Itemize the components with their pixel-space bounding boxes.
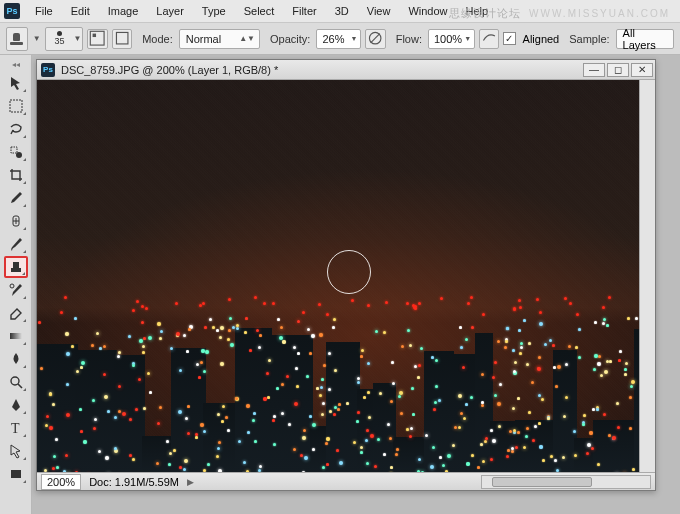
history-brush-tool[interactable] (4, 279, 28, 301)
doc-logo-icon: Ps (41, 63, 55, 77)
tool-preset-arrow-icon[interactable]: ▼ (32, 27, 41, 51)
menu-select[interactable]: Select (235, 1, 284, 21)
vertical-scrollbar[interactable] (639, 80, 655, 472)
stamp-icon (10, 33, 24, 45)
mode-label: Mode: (142, 33, 173, 45)
healing-brush-tool[interactable] (4, 210, 28, 232)
sample-select[interactable]: All Layers (616, 29, 674, 49)
menu-layer[interactable]: Layer (147, 1, 193, 21)
opacity-input[interactable]: 26% ▼ (316, 29, 361, 49)
opacity-label: Opacity: (270, 33, 310, 45)
collapse-icon[interactable]: ◂◂ (5, 59, 27, 69)
opacity-value: 26% (322, 33, 348, 45)
brush-settings-icon[interactable] (112, 29, 132, 49)
menu-view[interactable]: View (358, 1, 400, 21)
eraser-tool[interactable] (4, 302, 28, 324)
chevron-down-icon: ▼ (350, 35, 357, 42)
svg-rect-8 (10, 333, 22, 339)
tool-palette: ◂◂ T (0, 55, 32, 514)
svg-rect-0 (91, 32, 105, 46)
menu-type[interactable]: Type (193, 1, 235, 21)
options-bar: ▼ 35 ▼ Mode: Normal ▲▼ Opacity: 26% ▼ Fl… (0, 23, 680, 55)
marquee-tool[interactable] (4, 95, 28, 117)
crop-tool[interactable] (4, 164, 28, 186)
type-tool[interactable]: T (4, 417, 28, 439)
lasso-tool[interactable] (4, 118, 28, 140)
canvas[interactable] (37, 80, 639, 472)
svg-point-9 (11, 377, 19, 385)
flow-value: 100% (434, 33, 462, 45)
brush-tool[interactable] (4, 233, 28, 255)
watermark: 思缘设计论坛 WWW.MISSYUAN.COM (449, 6, 670, 21)
pen-tool[interactable] (4, 394, 28, 416)
chevron-down-icon: ▼ (72, 27, 82, 51)
menu-window[interactable]: Window (399, 1, 456, 21)
minimize-button[interactable]: — (583, 63, 605, 77)
chevron-down-icon: ▼ (464, 35, 471, 42)
quick-select-tool[interactable] (4, 141, 28, 163)
chevron-down-icon: ▲▼ (239, 34, 255, 43)
brush-cursor-icon (327, 250, 371, 294)
menu-file[interactable]: File (26, 1, 62, 21)
watermark-cn: 思缘设计论坛 (449, 7, 521, 19)
aligned-checkbox[interactable]: ✓ (503, 32, 515, 45)
zoom-input[interactable]: 200% (41, 474, 81, 490)
aligned-label: Aligned (523, 33, 560, 45)
move-tool[interactable] (4, 72, 28, 94)
brush-panel-toggle[interactable] (87, 29, 107, 49)
flow-input[interactable]: 100% ▼ (428, 29, 475, 49)
eyedropper-tool[interactable] (4, 187, 28, 209)
document-region: Ps DSC_8759.JPG @ 200% (Layer 1, RGB/8) … (32, 55, 680, 514)
path-select-tool[interactable] (4, 440, 28, 462)
svg-point-7 (10, 284, 14, 288)
svg-rect-2 (116, 33, 127, 44)
svg-rect-11 (11, 470, 21, 478)
watermark-url: WWW.MISSYUAN.COM (529, 8, 670, 19)
svg-rect-1 (93, 34, 96, 37)
mode-value: Normal (186, 33, 221, 45)
document-window: Ps DSC_8759.JPG @ 200% (Layer 1, RGB/8) … (36, 59, 656, 491)
document-title: DSC_8759.JPG @ 200% (Layer 1, RGB/8) * (61, 64, 581, 76)
blur-tool[interactable] (4, 348, 28, 370)
clone-stamp-tool[interactable] (4, 256, 28, 278)
sample-value: All Layers (623, 27, 667, 51)
menu-filter[interactable]: Filter (283, 1, 325, 21)
brush-size: 35 (54, 36, 64, 46)
close-button[interactable]: ✕ (631, 63, 653, 77)
flow-label: Flow: (396, 33, 422, 45)
status-text: Doc: 1.91M/5.59M (89, 476, 179, 488)
dodge-tool[interactable] (4, 371, 28, 393)
sample-label: Sample: (569, 33, 609, 45)
airbrush-icon[interactable] (479, 29, 499, 49)
svg-text:T: T (11, 421, 20, 436)
status-bar: 200% Doc: 1.91M/5.59M ▶ (37, 472, 655, 490)
mode-select[interactable]: Normal ▲▼ (179, 29, 260, 49)
tool-preset-picker[interactable] (6, 27, 28, 51)
pressure-opacity-icon[interactable] (365, 29, 385, 49)
menu-edit[interactable]: Edit (62, 1, 99, 21)
brush-picker[interactable]: 35 ▼ (45, 27, 83, 51)
svg-rect-4 (10, 100, 22, 112)
horizontal-scrollbar[interactable] (481, 475, 651, 489)
menu-image[interactable]: Image (99, 1, 148, 21)
status-arrow-icon[interactable]: ▶ (187, 477, 194, 487)
rectangle-tool[interactable] (4, 463, 28, 485)
menu-3d[interactable]: 3D (326, 1, 358, 21)
maximize-button[interactable]: ◻ (607, 63, 629, 77)
app-logo-icon: Ps (4, 3, 20, 19)
gradient-tool[interactable] (4, 325, 28, 347)
svg-point-5 (16, 152, 22, 158)
title-bar[interactable]: Ps DSC_8759.JPG @ 200% (Layer 1, RGB/8) … (37, 60, 655, 80)
